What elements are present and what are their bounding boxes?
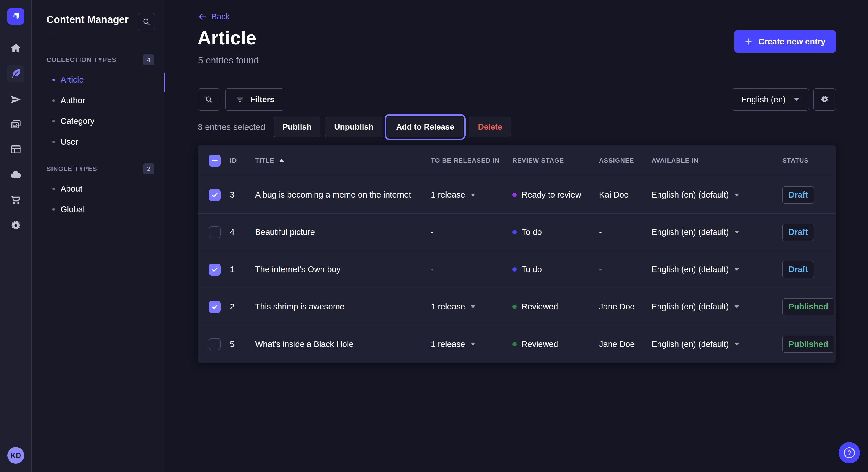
row-id: 2 [230,302,255,311]
unpublish-button[interactable]: Unpublish [325,117,382,137]
entries-count: 5 entries found [198,55,259,66]
bullet-icon [52,120,55,123]
sidebar-item-label: Article [61,75,84,85]
releases-icon[interactable] [7,91,24,108]
column-header-title[interactable]: TITLE [255,157,431,164]
row-release-dropdown[interactable]: 1 release [431,302,513,311]
row-release-dropdown[interactable]: - [431,265,513,274]
status-badge: Published [782,336,834,353]
sidebar-item-article[interactable]: Article [32,69,165,90]
section-count-badge: 2 [143,164,154,174]
sidebar-search-button[interactable] [138,13,155,30]
row-id: 1 [230,265,255,274]
row-assignee: Jane Doe [599,339,652,349]
marketplace-cart-icon[interactable] [7,191,24,208]
add-to-release-button[interactable]: Add to Release [387,117,463,137]
row-locale-dropdown[interactable]: English (en) (default) [652,227,782,237]
table-row[interactable]: 1 The internet's Own boy - To do - Engli… [198,251,836,288]
row-checkbox[interactable] [209,338,221,350]
bullet-icon [52,208,55,211]
row-title: The internet's Own boy [255,265,431,274]
app-window: KD Content Manager COLLECTION TYPES4Arti… [0,0,868,472]
back-link[interactable]: Back [198,12,229,22]
table-row[interactable]: 5 What's inside a Black Hole 1 release R… [198,326,836,363]
row-title: This shrimp is awesome [255,302,431,311]
column-header-id[interactable]: ID [230,157,255,164]
chevron-down-icon [735,268,739,271]
row-assignee: - [599,265,652,274]
strapi-logo[interactable] [7,8,24,25]
table-row[interactable]: 4 Beautiful picture - To do - English (e… [198,214,836,251]
row-locale-dropdown[interactable]: English (en) (default) [652,302,782,311]
section-label: COLLECTION TYPES [46,56,117,64]
deploy-cloud-icon[interactable] [7,166,24,183]
locale-select[interactable]: English (en) [732,88,809,111]
stage-dot [513,193,517,197]
view-settings-button[interactable] [813,88,836,111]
sidebar-item-label: About [61,184,82,194]
column-header-assignee[interactable]: ASSIGNEE [599,157,652,164]
sidebar-divider [46,40,58,40]
search-icon [205,95,213,104]
row-checkbox[interactable] [209,189,221,201]
stage-dot [513,305,517,309]
row-release-dropdown[interactable]: 1 release [431,339,513,349]
arrow-left-icon [198,12,207,22]
bullet-icon [52,140,55,143]
sidebar-sections: COLLECTION TYPES4ArticleAuthorCategoryUs… [32,50,165,227]
list-toolbar: Filters English (en) [198,88,836,111]
filters-button[interactable]: Filters [225,88,284,111]
row-checkbox[interactable] [209,264,221,276]
row-checkbox[interactable] [209,226,221,238]
select-all-checkbox[interactable] [209,155,221,167]
table-row[interactable]: 3 A bug is becoming a meme on the intern… [198,176,836,214]
column-header-status[interactable]: STATUS [782,157,836,164]
sidebar-item-about[interactable]: About [32,178,165,199]
sidebar-item-user[interactable]: User [32,131,165,152]
row-release-dropdown[interactable]: 1 release [431,190,513,200]
filter-icon [236,95,244,104]
chevron-down-icon [735,231,739,234]
row-assignee: Kai Doe [599,190,652,200]
check-icon [211,266,218,273]
column-header-available-in[interactable]: AVAILABLE IN [652,157,782,164]
sidebar-item-category[interactable]: Category [32,111,165,131]
sidebar-item-global[interactable]: Global [32,199,165,220]
chevron-down-icon [794,98,799,101]
sort-ascending-icon [279,159,284,162]
row-locale-dropdown[interactable]: English (en) (default) [652,265,782,274]
delete-button[interactable]: Delete [469,117,511,137]
gear-icon [820,95,829,104]
column-header-to-be-released-in[interactable]: TO BE RELEASED IN [431,157,513,164]
stage-dot [513,230,517,234]
row-checkbox[interactable] [209,301,221,313]
settings-gear-icon[interactable] [7,217,24,234]
row-release-dropdown[interactable]: - [431,227,513,237]
row-review-stage: Reviewed [513,302,599,311]
content-manager-sidebar: Content Manager COLLECTION TYPES4Article… [32,0,165,472]
media-library-icon[interactable] [7,116,24,133]
help-button[interactable]: ? [839,442,860,463]
user-avatar[interactable]: KD [7,447,24,464]
home-icon[interactable] [7,40,24,57]
chevron-down-icon [735,305,739,308]
row-locale-dropdown[interactable]: English (en) (default) [652,339,782,349]
row-locale-dropdown[interactable]: English (en) (default) [652,190,782,200]
sidebar-item-author[interactable]: Author [32,90,165,111]
create-new-entry-button[interactable]: Create new entry [734,30,836,53]
check-icon [211,303,218,310]
search-entries-button[interactable] [198,88,220,111]
status-badge: Published [782,298,834,315]
row-assignee: Jane Doe [599,302,652,311]
content-type-builder-icon[interactable] [7,141,24,158]
content-manager-icon[interactable] [7,65,24,82]
row-id: 4 [230,227,255,237]
table-header-row: IDTITLETO BE RELEASED INREVIEW STAGEASSI… [198,145,836,176]
row-assignee: - [599,227,652,237]
publish-button[interactable]: Publish [274,117,320,137]
row-title: A bug is becoming a meme on the internet [255,190,431,200]
sidebar-item-label: Author [61,96,85,105]
column-header-review-stage[interactable]: REVIEW STAGE [513,157,599,164]
table-row[interactable]: 2 This shrimp is awesome 1 release Revie… [198,288,836,326]
bullet-icon [52,188,55,190]
